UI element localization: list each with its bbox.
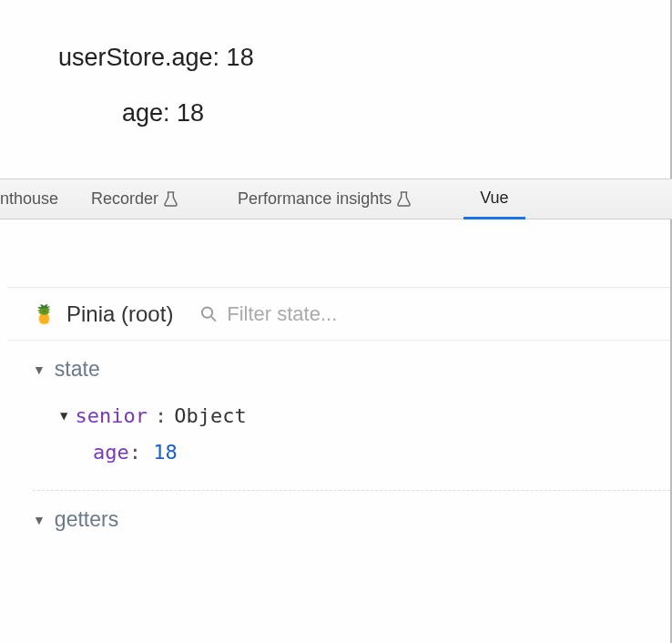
devtools-body: 🍍 Pinia (root) ▼ state ▼ senior: Object [0, 219, 672, 643]
tab-vue[interactable]: Vue [463, 180, 524, 219]
beaker-icon [164, 191, 178, 207]
object-key: age [93, 441, 129, 464]
object-key: senior [75, 398, 147, 434]
svg-line-3 [212, 316, 217, 321]
section-divider [33, 490, 670, 491]
state-row-age[interactable]: age: 18 [60, 434, 670, 471]
state-panel: ▼ state ▼ senior: Object age: 18 ▼ gette… [7, 341, 670, 532]
inspector-panel: 🍍 Pinia (root) ▼ state ▼ senior: Object [7, 287, 670, 532]
user-store-age-text: userStore.age: 18 [58, 44, 670, 72]
colon: : [129, 441, 141, 464]
state-section-header[interactable]: ▼ state [33, 357, 670, 382]
tab-lighthouse[interactable]: nthouse [0, 179, 75, 219]
beaker-icon [397, 191, 411, 207]
tab-recorder[interactable]: Recorder [75, 179, 194, 219]
object-value: 18 [153, 441, 178, 464]
tab-label: Recorder [91, 189, 158, 209]
section-label: state [55, 357, 100, 382]
inspector-header: 🍍 Pinia (root) [7, 288, 670, 341]
tab-performance-insights[interactable]: Performance insights [221, 179, 427, 219]
inspector-title: Pinia (root) [66, 301, 173, 327]
chevron-down-icon: ▼ [33, 362, 46, 377]
tab-label: nthouse [0, 189, 58, 209]
svg-point-2 [202, 307, 212, 317]
chevron-down-icon: ▼ [33, 513, 46, 527]
tab-label: Performance insights [238, 189, 392, 209]
filter-state-input[interactable] [227, 302, 665, 326]
state-body: ▼ senior: Object age: 18 [33, 398, 670, 470]
state-row-senior[interactable]: ▼ senior: Object [60, 398, 670, 434]
filter-wrap [200, 302, 665, 326]
tab-label: Vue [480, 189, 508, 208]
chevron-down-icon: ▼ [60, 404, 67, 427]
section-label: getters [55, 507, 118, 532]
pinia-icon: 🍍 [33, 305, 56, 323]
getters-section-header[interactable]: ▼ getters [33, 507, 670, 532]
page-content: userStore.age: 18 age: 18 [0, 0, 672, 179]
search-icon [200, 305, 218, 323]
devtools-tab-bar: nthouse Recorder Performance insights Vu… [0, 179, 672, 219]
colon: : [155, 398, 167, 434]
object-type: Object [174, 398, 246, 434]
age-text: age: 18 [122, 99, 670, 128]
